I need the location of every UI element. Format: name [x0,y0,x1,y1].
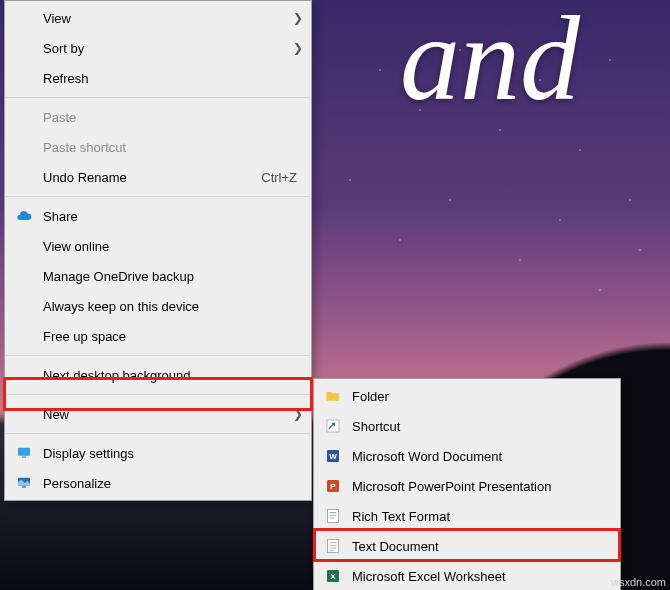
svg-rect-9 [328,509,339,522]
folder-icon [320,388,346,404]
menu-item-label: Share [37,209,303,224]
watermark: wsxdn.com [611,576,666,588]
submenu-item-rich-text-format[interactable]: Rich Text Format [314,501,620,531]
menu-item-label: Free up space [37,329,303,344]
submenu-item-label: Rich Text Format [346,509,612,524]
menu-item-personalize[interactable]: Personalize [5,468,311,498]
submenu-item-powerpoint-presentation[interactable]: P Microsoft PowerPoint Presentation [314,471,620,501]
menu-item-view-online[interactable]: View online [5,231,311,261]
menu-item-paste-shortcut: Paste shortcut [5,132,311,162]
new-submenu: Folder Shortcut W Microsoft Word Documen… [313,378,621,590]
svg-text:P: P [330,482,336,491]
menu-item-new[interactable]: New ❯ [5,399,311,429]
submenu-item-label: Microsoft Word Document [346,449,612,464]
submenu-item-shortcut[interactable]: Shortcut [314,411,620,441]
menu-item-label: Display settings [37,446,303,461]
submenu-item-label: Folder [346,389,612,404]
submenu-item-word-document[interactable]: W Microsoft Word Document [314,441,620,471]
menu-item-view[interactable]: View ❯ [5,3,311,33]
menu-item-label: View online [37,239,303,254]
menu-item-refresh[interactable]: Refresh [5,63,311,93]
menu-item-label: Always keep on this device [37,299,303,314]
svg-text:W: W [329,452,337,461]
wallpaper-script-text: and [310,0,670,128]
desktop-context-menu: View ❯ Sort by ❯ Refresh Paste Paste sho… [4,0,312,501]
submenu-item-label: Microsoft PowerPoint Presentation [346,479,612,494]
svg-rect-1 [22,456,26,457]
submenu-item-label: Text Document [346,539,612,554]
menu-separator [6,355,310,356]
svg-rect-0 [18,448,30,456]
chevron-right-icon: ❯ [289,11,303,25]
submenu-item-label: Microsoft Excel Worksheet [346,569,612,584]
menu-item-label: Undo Rename [37,170,261,185]
menu-item-manage-onedrive-backup[interactable]: Manage OneDrive backup [5,261,311,291]
submenu-item-text-document[interactable]: Text Document [314,531,620,561]
menu-item-label: View [37,11,289,26]
menu-item-label: New [37,407,289,422]
menu-item-undo-rename[interactable]: Undo Rename Ctrl+Z [5,162,311,192]
menu-item-label: Next desktop background [37,368,303,383]
menu-item-shortcut: Ctrl+Z [261,170,303,185]
menu-item-label: Refresh [37,71,303,86]
chevron-right-icon: ❯ [289,407,303,421]
submenu-item-label: Shortcut [346,419,612,434]
menu-item-share[interactable]: Share [5,201,311,231]
menu-item-label: Personalize [37,476,303,491]
excel-icon: X [320,568,346,584]
svg-rect-3 [22,486,26,487]
monitor-icon [11,445,37,461]
menu-separator [6,433,310,434]
menu-item-label: Manage OneDrive backup [37,269,303,284]
powerpoint-icon: P [320,478,346,494]
text-document-icon [320,538,346,554]
menu-separator [6,97,310,98]
menu-item-display-settings[interactable]: Display settings [5,438,311,468]
menu-item-label: Paste [37,110,303,125]
word-icon: W [320,448,346,464]
menu-separator [6,196,310,197]
menu-item-next-desktop-background[interactable]: Next desktop background [5,360,311,390]
cloud-icon [11,208,37,224]
menu-item-label: Paste shortcut [37,140,303,155]
chevron-right-icon: ❯ [289,41,303,55]
menu-item-free-up-space[interactable]: Free up space [5,321,311,351]
personalize-icon [11,475,37,491]
submenu-item-folder[interactable]: Folder [314,381,620,411]
shortcut-icon [320,418,346,434]
rtf-icon [320,508,346,524]
svg-rect-4 [327,420,339,432]
submenu-item-excel-worksheet[interactable]: X Microsoft Excel Worksheet [314,561,620,590]
menu-item-paste: Paste [5,102,311,132]
menu-item-always-keep-on-device[interactable]: Always keep on this device [5,291,311,321]
menu-item-label: Sort by [37,41,289,56]
svg-text:X: X [330,572,336,581]
menu-separator [6,394,310,395]
menu-item-sort-by[interactable]: Sort by ❯ [5,33,311,63]
